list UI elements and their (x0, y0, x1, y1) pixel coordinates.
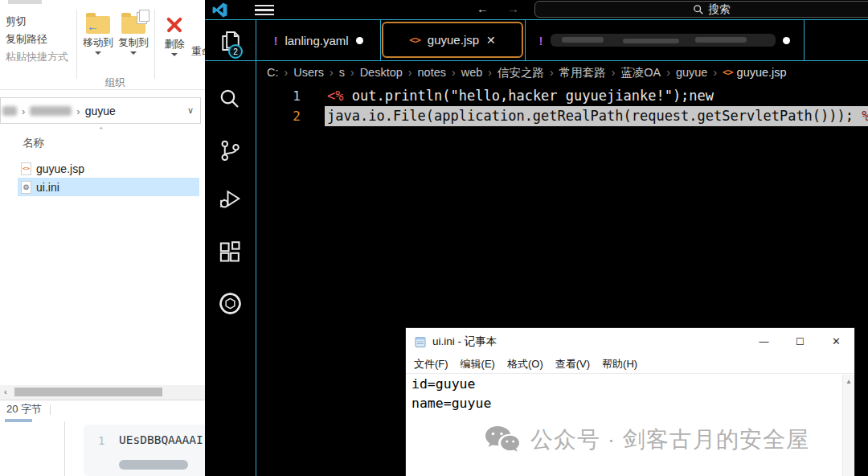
wechat-icon (484, 424, 522, 456)
menu-help[interactable]: 帮助(H) (602, 357, 637, 371)
sort-ascending-icon[interactable]: ⌃ (98, 126, 104, 134)
tab-divider (380, 20, 381, 60)
notepad-title: ui.ini - 记事本 (432, 334, 497, 349)
address-bar[interactable]: guyue ∨ (0, 97, 201, 124)
tab-redacted[interactable]: ! (525, 20, 804, 60)
watermark-text: 公众号 · 剑客古月的安全屋 (530, 425, 809, 455)
breadcrumb-chevron-icon (17, 104, 30, 118)
breadcrumb-item[interactable]: guyue (676, 66, 708, 79)
dropdown-caret-icon (130, 51, 137, 55)
code-line-1[interactable]: <% out.println("hello,hacker guyuejianke… (327, 86, 714, 106)
selected-line-highlight[interactable]: java.io.File(application.getRealPath(req… (325, 106, 868, 126)
tab-label: lanling.yaml (285, 34, 348, 47)
code-block[interactable]: 1 UEsDBBQAAAAI (84, 425, 205, 476)
notepad-title-bar[interactable]: ui.ini - 记事本 — ☐ ✕ (406, 328, 854, 355)
menu-file[interactable]: 文件(F) (414, 357, 448, 371)
file-name: ui.ini (36, 181, 59, 194)
breadcrumb-item[interactable]: notes (418, 66, 446, 79)
breadcrumb-item[interactable]: web (461, 66, 483, 79)
breadcrumb-item[interactable]: 信安之路 (497, 65, 544, 80)
column-header-name[interactable]: 名称 (23, 136, 44, 150)
rename-button[interactable]: 重命名 (191, 45, 205, 59)
screen: 剪切 复制路径 粘贴快捷方式 ← 移动到 复制到 删除 重命名 组织 (0, 0, 868, 476)
maximize-button[interactable]: ☐ (782, 328, 818, 355)
yaml-warning-icon: ! (539, 34, 543, 47)
close-button[interactable]: ✕ (818, 328, 854, 355)
breadcrumb-item-current[interactable]: guyue.jsp (737, 66, 787, 79)
line-number: 1 (98, 434, 104, 447)
breadcrumb-item[interactable]: 常用套路 (559, 65, 606, 80)
notepad-menu-bar: 文件(F) 编辑(E) 格式(O) 查看(V) 帮助(H) (406, 355, 854, 374)
copy-path-command[interactable]: 复制路径 (6, 31, 68, 48)
pages-icon (139, 10, 149, 22)
copy-to-button[interactable]: 复制到 (116, 11, 151, 55)
code-text: out.println("hello,hacker guyuejianke!")… (343, 88, 714, 104)
move-to-button[interactable]: ← 移动到 (80, 11, 116, 55)
ribbon-divider (76, 10, 77, 79)
address-dropdown-icon[interactable]: ∨ (187, 105, 194, 116)
file-row-guyue-jsp[interactable]: <> guyue.jsp (18, 159, 199, 178)
extensions-icon[interactable] (218, 240, 243, 265)
notepad-line: id=guyue (406, 375, 854, 394)
delete-x-icon (164, 14, 185, 35)
move-to-label: 移动到 (80, 36, 116, 50)
line-number-1: 1 (256, 86, 301, 106)
breadcrumb-item[interactable]: 蓝凌OA (620, 65, 661, 80)
source-control-icon[interactable] (218, 138, 242, 162)
chatgpt-icon[interactable] (218, 291, 243, 316)
tab-lanling-yaml[interactable]: ! lanling.yaml (256, 20, 380, 60)
horizontal-scrollbar[interactable]: ‹ (0, 385, 205, 400)
nav-back-icon[interactable]: ← (477, 2, 489, 15)
breadcrumb: C: Users s Desktop notes web 信安之路 常用套路 蓝… (267, 61, 868, 84)
tab-guyue-jsp-active[interactable]: <> guyue.jsp ✕ (382, 22, 523, 58)
dropdown-caret-icon (171, 53, 178, 56)
file-row-ui-ini[interactable]: ⚙ ui.ini (18, 178, 199, 196)
search-label: 搜索 (709, 2, 731, 17)
breadcrumb-chevron-icon (72, 104, 84, 118)
code-line-2: java.io.File(application.getRealPath(req… (327, 106, 868, 126)
breadcrumb-chevron-icon (482, 65, 497, 80)
address-crumb[interactable]: guyue (85, 105, 116, 117)
paste-shortcut-command[interactable]: 粘贴快捷方式 (6, 48, 68, 66)
modified-dot-icon[interactable] (356, 37, 363, 44)
status-divider (50, 404, 51, 415)
cut-command[interactable]: 剪切 (6, 13, 68, 31)
nav-forward-icon[interactable]: → (507, 2, 519, 15)
menu-edit[interactable]: 编辑(E) (461, 357, 495, 371)
search-sidebar-icon[interactable] (218, 87, 242, 111)
explorer-badge-count: 2 (228, 44, 243, 59)
minimize-button[interactable]: — (746, 328, 782, 355)
notepad-scrollbar[interactable]: ▲ (842, 375, 854, 476)
breadcrumb-item[interactable]: Desktop (360, 66, 403, 79)
breadcrumb-item[interactable]: C: (267, 66, 279, 79)
file-explorer-window: 剪切 复制路径 粘贴快捷方式 ← 移动到 复制到 删除 重命名 组织 (0, 0, 205, 418)
vscode-title-bar: ← → 搜索 (205, 0, 868, 19)
tab-label: guyue.jsp (428, 33, 479, 47)
ribbon-tab-remnant (8, 0, 42, 4)
notepad-line: name=guyue (406, 394, 854, 413)
ini-file-icon: ⚙ (21, 181, 31, 194)
search-command-center[interactable]: 搜索 (534, 1, 868, 18)
jsp-open-tag: <% (327, 88, 343, 104)
search-icon (693, 4, 704, 15)
redacted-tab-name (551, 34, 776, 47)
scrollbar-pill[interactable] (119, 460, 188, 470)
breadcrumb-item[interactable]: s (339, 66, 345, 79)
menu-view[interactable]: 查看(V) (555, 357, 590, 371)
scroll-left-icon[interactable]: ‹ (4, 387, 7, 396)
modified-dot-icon[interactable] (783, 37, 790, 44)
breadcrumb-chevron-icon (324, 65, 339, 80)
delete-button[interactable]: 删除 (159, 11, 190, 56)
copy-to-folder-icon (121, 16, 145, 34)
jsp-file-icon: <> (21, 162, 31, 175)
delete-label: 删除 (159, 38, 190, 51)
run-debug-icon[interactable] (218, 187, 242, 211)
tab-close-icon[interactable]: ✕ (486, 34, 496, 47)
breadcrumb-item[interactable]: Users (293, 66, 324, 79)
scroll-up-icon[interactable]: ▲ (845, 378, 852, 385)
file-name: guyue.jsp (36, 162, 84, 175)
menu-hamburger-icon[interactable] (255, 5, 274, 15)
scrollbar-thumb[interactable] (14, 388, 162, 396)
breadcrumb-chevron-icon (446, 65, 461, 80)
menu-format[interactable]: 格式(O) (507, 357, 543, 371)
